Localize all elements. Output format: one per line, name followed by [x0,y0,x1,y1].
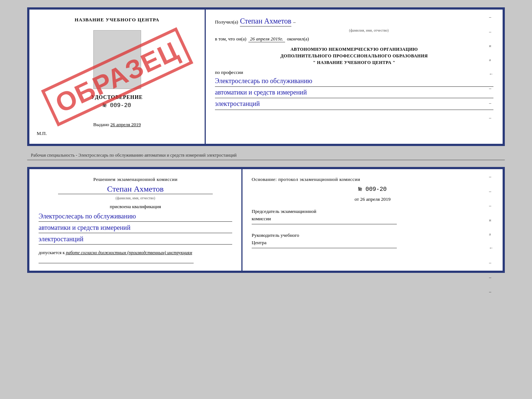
rukovoditel-sign-line [252,248,397,248]
prisvoena-label: присвоена квалификация [39,204,232,210]
received-label: Получил(а) [215,19,238,25]
ot-label: от [355,196,359,202]
predsedatel-sign-line [252,224,397,224]
resolution-text: Решением экзаменационной комиссии [39,177,232,182]
predsedatel-line2: комиссии [252,215,493,222]
vydano-line: Выдано 26 апреля 2019 [93,122,141,128]
profession-line3: электростанций [215,99,493,110]
qual-line1: Электрослесарь по обслуживанию [39,211,232,222]
dopusk-text: работе согласно должностным (производств… [66,250,192,256]
predsedatel-line1: Председатель экзаменационной [252,208,493,215]
dopuskaetsya-line: допускается к работе согласно должностны… [39,250,232,256]
separator-text: Рабочая специальность - Электрослесарь п… [27,153,505,160]
qual-line3: электростанций [39,234,232,245]
v-tom-label: в том, что он(а) [215,36,247,42]
bottom-document: Решением экзаменационной комиссии Степан… [27,167,505,273]
rukovoditel-line2: Центра [252,239,493,246]
profession-line2: автоматики и средств измерений [215,88,493,98]
fio-label-top: (фамилия, имя, отчество) [244,28,493,32]
protocol-number: № 009-20 [252,186,493,193]
side-dashes: – – и а ← – – – [489,13,493,122]
profession-line1: Электрослесарь по обслуживанию [215,76,493,87]
osnovanie-text: Основание: протокол экзаменационной коми… [252,177,493,182]
mp-label: М.П. [37,131,47,136]
received-name: Степан Ахметов [240,17,291,26]
po-professii: по профессии [215,70,493,75]
top-document: НАЗВАНИЕ УЧЕБНОГО ЦЕНТРА УДОСТОВЕРЕНИЕ №… [27,7,505,146]
vydano-label: Выдано [93,122,109,127]
org-line2: ДОПОЛНИТЕЛЬНОГО ПРОФЕССИОНАЛЬНОГО ОБРАЗО… [215,53,493,59]
org-line1: АВТОНОМНУЮ НЕКОММЕРЧЕСКУЮ ОРГАНИЗАЦИЮ [215,46,493,53]
org-line3: " НАЗВАНИЕ УЧЕБНОГО ЦЕНТРА " [215,59,493,66]
top-doc-left: НАЗВАНИЕ УЧЕБНОГО ЦЕНТРА УДОСТОВЕРЕНИЕ №… [29,10,206,144]
completion-date: 26 апреля 2019г. [248,36,285,42]
top-doc-right: Получил(а) Степан Ахметов – (фамилия, им… [206,10,503,144]
bottom-doc-right: Основание: протокол экзаменационной коми… [242,169,503,271]
fio-label-bottom: (фамилия, имя, отчество) [39,196,232,200]
person-name-bottom: Степан Ахметов [58,184,213,194]
predsedatel-block: Председатель экзаменационной комиссии [252,208,493,222]
vydano-date: 26 апреля 2019 [110,122,141,127]
bottom-right-dashes: – – – и а ← – – – [489,173,493,296]
v-tom-line: в том, что он(а) 26 апреля 2019г. окончи… [215,36,493,42]
dash-after-name: – [293,19,296,25]
bottom-doc-left: Решением экзаменационной комиссии Степан… [29,169,242,271]
school-name-top: НАЗВАНИЕ УЧЕБНОГО ЦЕНТРА [75,17,159,23]
udostoverenie-title: УДОСТОВЕРЕНИЕ [91,95,143,100]
photo-placeholder [93,30,141,89]
dopuskaetsya-label: допускается к [39,250,65,256]
qual-line2: автоматики и средств измерений [39,223,232,233]
rukovoditel-block: Руководитель учебного Центра [252,232,493,246]
okonchil-label: окончил(а) [287,36,309,42]
rukovoditel-line1: Руководитель учебного [252,232,493,239]
ot-date-value: 26 апреля 2019 [360,196,391,202]
certificate-number: № 009-20 [103,102,131,109]
received-line: Получил(а) Степан Ахметов – [215,17,493,26]
org-block: АВТОНОМНУЮ НЕКОММЕРЧЕСКУЮ ОРГАНИЗАЦИЮ ДО… [215,46,493,66]
ot-date-line: от 26 апреля 2019 [252,196,493,202]
bottom-sign-line [39,263,194,263]
